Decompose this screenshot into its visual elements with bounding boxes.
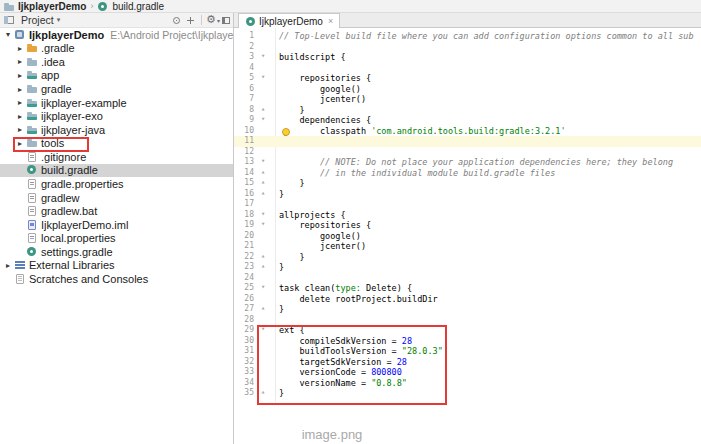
tree-item-label: Scratches and Consoles — [29, 273, 148, 285]
project-view-dropdown[interactable]: Project — [21, 14, 54, 26]
code-line[interactable]: 9 ▾ dependencies { — [234, 115, 701, 126]
project-icon — [14, 29, 26, 41]
code-line[interactable]: 2 — [234, 42, 701, 53]
code-line[interactable]: 11 — [234, 136, 701, 147]
code-line[interactable]: 20 google() — [234, 231, 701, 242]
code-line[interactable]: 3 ▾ buildscript { — [234, 52, 701, 63]
code-line[interactable]: 19 ▾ repositories { — [234, 220, 701, 231]
fold-marker-icon[interactable]: ▾ — [261, 282, 265, 293]
tree-chevron-icon[interactable]: ▸ — [14, 125, 26, 134]
hide-panel-icon[interactable] — [219, 14, 233, 27]
tree-item-build-gradle[interactable]: build.gradle — [0, 164, 233, 178]
code-line[interactable]: 13 ▾ // NOTE: Do not place your applicat… — [234, 157, 701, 168]
code-line[interactable]: 23 ▴ } — [234, 262, 701, 273]
line-number: 24 — [234, 273, 254, 284]
fold-marker-icon[interactable]: ▾ — [261, 156, 265, 167]
tree-item-gradlew[interactable]: gradlew — [0, 191, 233, 205]
project-panel-header: Project — [0, 13, 233, 28]
tree-item--gradle[interactable]: ▸ .gradle — [0, 42, 233, 56]
line-number: 12 — [234, 147, 254, 158]
tree-item-gradle-properties[interactable]: gradle.properties — [0, 177, 233, 191]
code-line[interactable]: 4 — [234, 63, 701, 74]
line-number: 17 — [234, 199, 254, 210]
code-text: delete rootProject.buildDir — [279, 294, 438, 305]
tree-item-external-libraries[interactable]: ▸ External Libraries — [0, 259, 233, 273]
code-line[interactable]: 28 — [234, 315, 701, 326]
collapse-all-icon[interactable] — [184, 14, 198, 27]
tab-ijkplayerdemo[interactable]: IjkplayerDemo × — [238, 13, 340, 28]
tree-item-settings-gradle[interactable]: settings.gradle — [0, 245, 233, 259]
line-number: 22 — [234, 252, 254, 263]
tree-chevron-icon[interactable]: ▸ — [14, 112, 26, 121]
tree-chevron-icon[interactable]: ▾ — [2, 30, 14, 39]
code-line[interactable]: 10 classpath 'com.android.tools.build:gr… — [234, 126, 701, 137]
code-line[interactable]: 26 delete rootProject.buildDir — [234, 294, 701, 305]
code-line[interactable]: 5 ▾ repositories { — [234, 73, 701, 84]
tree-chevron-icon[interactable]: ▸ — [14, 98, 26, 107]
fold-marker-icon[interactable]: ▴ — [261, 261, 265, 272]
tree-item-scratches-and-consoles[interactable]: Scratches and Consoles — [0, 272, 233, 286]
fold-marker-icon[interactable]: ▴ — [261, 188, 265, 199]
code-line[interactable]: 16 ▴ } — [234, 189, 701, 200]
tree-chevron-icon[interactable]: ▸ — [2, 261, 14, 270]
fold-marker-icon[interactable]: ▾ — [261, 219, 265, 230]
tree-item-gradle[interactable]: ▸ gradle — [0, 82, 233, 96]
code-line[interactable]: 21 jcenter() — [234, 241, 701, 252]
fold-marker-icon[interactable]: ▴ — [261, 104, 265, 115]
tree-chevron-icon[interactable]: ▸ — [14, 57, 26, 66]
intention-bulb-icon[interactable] — [282, 128, 290, 136]
breadcrumb-project[interactable]: IjkplayerDemo — [18, 1, 86, 12]
tree-item-label: local.properties — [41, 232, 116, 244]
fold-marker-icon[interactable]: ▴ — [261, 167, 265, 178]
code-line[interactable]: 14 ▴ // in the individual module build.g… — [234, 168, 701, 179]
tree-chevron-icon[interactable]: ▸ — [14, 71, 26, 80]
code-line[interactable]: 24 — [234, 273, 701, 284]
close-icon[interactable]: × — [328, 16, 333, 26]
tree-item-ijkplayer-example[interactable]: ▸ ijkplayer-example — [0, 96, 233, 110]
tab-label: IjkplayerDemo — [259, 16, 323, 27]
settings-gear-icon[interactable] — [205, 14, 219, 27]
code-line[interactable]: 27 ▴ } — [234, 304, 701, 315]
line-number: 2 — [234, 42, 254, 53]
code-segment-plain: buildscript { — [279, 52, 346, 62]
chevron-down-icon — [57, 16, 61, 24]
code-line[interactable]: 15 ▴ } — [234, 178, 701, 189]
fold-marker-icon[interactable]: ▴ — [261, 177, 265, 188]
fold-marker-icon[interactable]: ▾ — [261, 51, 265, 62]
tree-item-ijkplayerdemo[interactable]: ▾ IjkplayerDemo E:\Android Project\Ijkpl… — [0, 28, 233, 42]
tree-chevron-icon[interactable]: ▸ — [14, 44, 26, 53]
code-line[interactable]: 12 — [234, 147, 701, 158]
tree-item--gitignore[interactable]: .gitignore — [0, 150, 233, 164]
fold-marker-icon[interactable]: ▾ — [261, 114, 265, 125]
tree-item-app[interactable]: ▸ app — [0, 69, 233, 83]
fold-marker-icon[interactable]: ▴ — [261, 251, 265, 262]
fold-marker-icon[interactable]: ▾ — [261, 72, 265, 83]
code-line[interactable]: 7 jcenter() — [234, 94, 701, 105]
fold-marker-icon[interactable]: ▴ — [261, 303, 265, 314]
breadcrumb-file[interactable]: build.gradle — [112, 1, 164, 12]
tree-item-local-properties[interactable]: local.properties — [0, 231, 233, 245]
tree-item-gradlew-bat[interactable]: gradlew.bat — [0, 204, 233, 218]
tree-item-ijkplayerdemo-iml[interactable]: IjkplayerDemo.iml — [0, 218, 233, 232]
tree-item--idea[interactable]: ▸ .idea — [0, 55, 233, 69]
tree-item-ijkplayer-java[interactable]: ▸ ijkplayer-java — [0, 123, 233, 137]
tree-item-ijkplayer-exo[interactable]: ▸ ijkplayer-exo — [0, 109, 233, 123]
module-icon — [26, 124, 38, 136]
project-panel-icon[interactable] — [3, 14, 15, 26]
code-line[interactable]: 1 // Top-Level build file where you can … — [234, 31, 701, 42]
code-line[interactable]: 6 google() — [234, 84, 701, 95]
code-segment-plain: } — [279, 262, 284, 272]
code-line[interactable]: 22 ▴ } — [234, 252, 701, 263]
tree-item-label: build.gradle — [41, 164, 98, 176]
line-number: 8 — [234, 105, 254, 116]
code-line[interactable]: 8 ▴ } — [234, 105, 701, 116]
tree-chevron-icon[interactable]: ▸ — [14, 85, 26, 94]
panel-splitter[interactable] — [233, 13, 234, 444]
code-line[interactable]: 25 ▾ task clean(type: Delete) { — [234, 283, 701, 294]
code-line[interactable]: 18 ▾ allprojects { — [234, 210, 701, 221]
tree-item-label: gradlew — [41, 192, 80, 204]
code-line[interactable]: 17 — [234, 199, 701, 210]
line-number: 9 — [234, 115, 254, 126]
fold-marker-icon[interactable]: ▾ — [261, 209, 265, 220]
locate-file-icon[interactable] — [170, 14, 184, 27]
